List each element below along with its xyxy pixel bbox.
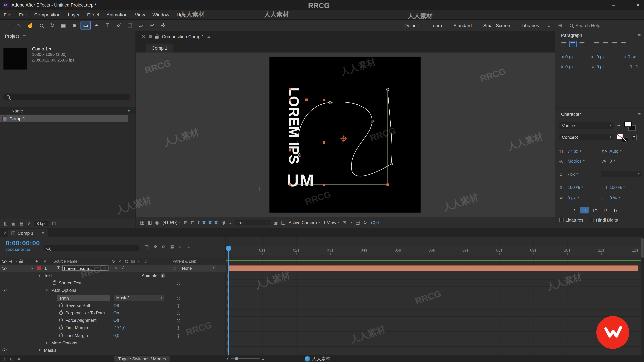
create-folder-icon[interactable]: ▣ <box>11 221 16 226</box>
toggle-switches-modes-button[interactable]: Toggle Switches / Modes <box>114 356 170 362</box>
subscript-button[interactable]: T₁ <box>611 207 620 213</box>
hindi-digits-checkbox[interactable]: Hindi Digits <box>590 218 618 222</box>
fast-previews-icon[interactable]: ◔ <box>350 220 352 225</box>
property-eye-icon[interactable] <box>2 349 6 351</box>
property-value[interactable]: 0,0 <box>113 333 120 338</box>
all-caps-button[interactable]: TT <box>580 207 589 213</box>
panel-menu-icon[interactable]: ≡ <box>208 34 210 39</box>
layer-twirl-icon[interactable]: ▾ <box>31 266 33 270</box>
indent-value[interactable]: 0 px <box>565 64 574 69</box>
roto-brush-tool[interactable]: ✂ <box>147 21 157 30</box>
lock-column-icon[interactable] <box>19 261 23 263</box>
hide-shy-layers-icon[interactable]: ⊘ <box>162 244 166 250</box>
menu-composition[interactable]: Composition <box>30 10 64 19</box>
project-columns-header[interactable]: Name ▾ <box>0 108 136 114</box>
zoom-slider-track[interactable] <box>230 358 259 359</box>
track-camera-tool[interactable]: ▣ <box>58 21 68 30</box>
orbit-camera-tool[interactable]: ↻ <box>47 21 58 30</box>
draft-3d-icon[interactable]: ❖ <box>153 244 157 250</box>
checkbox-icon[interactable] <box>560 218 564 222</box>
property-row-perpend-ar-to-path[interactable]: Perpend...ar To PathOn◎ <box>0 310 226 317</box>
eraser-tool[interactable]: ▱ <box>136 21 146 30</box>
property-row-source-text[interactable]: Source Text◎ <box>0 280 226 287</box>
view-layout-select[interactable]: 1 View▾ <box>323 220 339 225</box>
home-tool[interactable]: ⌂ <box>3 21 13 30</box>
index-column-header[interactable]: # <box>44 259 46 263</box>
justify-last-right-button[interactable] <box>611 41 618 47</box>
collapse-icon[interactable]: ✳ <box>118 259 122 263</box>
layer-row[interactable]: ▾ 1 T Lorem ipsum ✳ ╱ ◎ None▾ <box>0 265 226 272</box>
path-property-select[interactable]: Mask 2▾ <box>114 295 164 301</box>
property-row-path[interactable]: PathMask 2▾◎ <box>0 295 226 302</box>
menu-window[interactable]: Window <box>149 10 173 19</box>
composition-canvas[interactable]: LOREM IPS UM <box>270 57 420 213</box>
preview-time-display[interactable]: 0:00:00:00 <box>198 220 218 225</box>
character-panel-title[interactable]: Character <box>561 112 581 116</box>
color-channels-icon[interactable]: ◒ <box>229 220 232 225</box>
stroke-width-field[interactable]: ≣ - px▾ <box>560 172 600 176</box>
menu-effect[interactable]: Effect <box>83 10 103 19</box>
justify-last-left-button[interactable] <box>593 41 600 47</box>
frame-blending-icon[interactable]: ▦ <box>170 244 174 250</box>
stopwatch-icon[interactable] <box>52 281 56 285</box>
panel-menu-icon[interactable]: ≡ <box>23 34 26 38</box>
panel-menu-icon[interactable]: ≡ <box>42 231 44 236</box>
menu-help[interactable]: Help <box>173 10 190 19</box>
name-column-header[interactable]: Name <box>12 108 23 113</box>
minimize-button[interactable]: ─ <box>607 0 619 10</box>
checkbox-icon[interactable] <box>590 218 594 222</box>
stopwatch-icon[interactable] <box>59 319 63 322</box>
menu-view[interactable]: View <box>131 10 149 19</box>
help-search[interactable]: Search Help <box>570 23 638 28</box>
font-size-field[interactable]: тT 77 px▾ <box>560 149 600 153</box>
align-left-button[interactable] <box>560 41 568 47</box>
panel-menu-icon[interactable]: ≡ <box>638 33 641 38</box>
source-name-column-header[interactable]: Source Name <box>53 259 77 263</box>
project-search-input[interactable] <box>3 93 131 100</box>
workspace-overflow-icon[interactable]: » <box>545 22 554 28</box>
video-column-icon[interactable] <box>2 260 6 263</box>
workspace-bar-icon[interactable]: ⊞ <box>554 22 566 28</box>
baseline-shift-field[interactable]: Aª 0 px▾ <box>560 195 600 200</box>
comp-mini-flowchart-icon[interactable]: ◳ <box>144 244 149 250</box>
graph-editor-icon[interactable]: ∿ <box>186 244 190 250</box>
delete-icon[interactable] <box>52 222 55 225</box>
dependency-icon[interactable]: ◎ <box>176 280 180 285</box>
property-row-last-margin[interactable]: Last Margin0,0◎ <box>0 332 226 339</box>
stopwatch-icon[interactable] <box>59 304 63 307</box>
quality-switch-icon[interactable]: ✳ <box>114 266 118 270</box>
show-channel-icon[interactable]: ◉ <box>155 220 159 225</box>
fill-color-swatch[interactable] <box>624 121 632 127</box>
magnification-select[interactable]: (41,5%)▾ <box>162 220 180 225</box>
comp-tab[interactable]: Comp 1 <box>146 43 173 53</box>
paragraph-direction-icon-0[interactable]: ¶ <box>630 64 632 68</box>
parent-link-select[interactable]: None▾ <box>180 265 216 271</box>
paragraph-indent-field-2[interactable]: ⇥0 px <box>623 54 644 59</box>
menu-layer[interactable]: Layer <box>64 10 84 19</box>
pen-tool[interactable]: ✒ <box>92 21 102 30</box>
ligatures-checkbox[interactable]: Ligatures <box>560 218 584 222</box>
property-row-force-alignment[interactable]: Force AlignmentOff◎ <box>0 317 226 324</box>
hand-tool[interactable]: ✌ <box>25 21 35 30</box>
zoom-slider-thumb[interactable] <box>235 357 238 361</box>
paragraph-direction-icon-1[interactable]: ¶ <box>636 64 638 68</box>
expand-layer-pane-icon[interactable]: ◳ <box>2 357 6 361</box>
property-row-first-margin[interactable]: First Margin-171,0◎ <box>0 325 226 332</box>
monitor-icon[interactable]: ◧ <box>148 220 152 225</box>
exposure-value[interactable]: +0,0 <box>370 220 379 225</box>
render-time-icon[interactable]: ≣ <box>17 357 21 361</box>
menu-edit[interactable]: Edit <box>15 10 30 19</box>
indent-value[interactable]: 0 px <box>565 54 574 59</box>
create-composition-icon[interactable]: ▦ <box>19 221 24 226</box>
3d-col-icon[interactable]: ❍ <box>144 259 147 263</box>
workspace-default[interactable]: Default <box>399 23 425 28</box>
dependency-icon[interactable]: ◎ <box>176 295 180 300</box>
zoom-tool[interactable] <box>36 21 46 30</box>
grid-guides-icon[interactable]: ⊞ <box>184 220 188 225</box>
project-panel-title[interactable]: Project <box>5 34 19 38</box>
dependency-icon[interactable]: ◎ <box>176 310 180 315</box>
kerning-field[interactable]: ∕A Metrics▾ <box>560 158 600 163</box>
viewer-pasteboard[interactable]: LOREM IPS UM <box>136 52 555 217</box>
eyedropper-icon[interactable]: ✒ <box>617 123 621 128</box>
property-row-masks[interactable]: ▾Masks <box>0 347 226 354</box>
